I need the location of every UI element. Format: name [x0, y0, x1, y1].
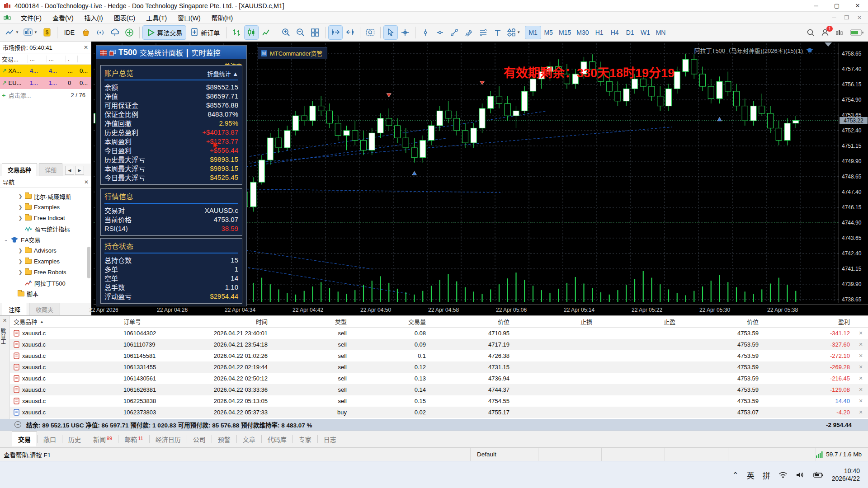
timeframe-M30[interactable]: M30 [574, 26, 591, 39]
market-watch-tab-详细[interactable]: 详细 [39, 163, 62, 176]
child-window-controls[interactable]: ─ ❐ ✕ [832, 14, 868, 21]
price-axis[interactable]: 4758.654757.404756.154754.904753.654752.… [839, 43, 868, 303]
toolbox-tab-预警[interactable]: 预警 [212, 432, 236, 446]
close-order-icon[interactable]: ✕ [854, 398, 868, 404]
bar-chart-icon[interactable] [230, 26, 244, 39]
navigator-item-Free Indicat[interactable]: ❯Free Indicat [0, 212, 91, 223]
t500-statistics-panel[interactable]: T500交易统计面板 ┃ 实时监控 关注中 账户总览折叠统计 ▲余额$89552… [96, 45, 247, 306]
toolbox-tab-新闻[interactable]: 新闻99 [87, 432, 118, 446]
market-watch-column-header[interactable]: 交易... [0, 55, 28, 63]
order-row[interactable]: xauusd.c10610443022026.04.21 23:40:01sel… [10, 328, 868, 339]
market-watch-column-header[interactable]: . [66, 56, 78, 62]
order-row[interactable]: xauusd.c10622538382026.04.22 05:13:05sel… [10, 395, 868, 407]
timeframe-H4[interactable]: H4 [607, 26, 623, 39]
toolbox-tab-经济日历[interactable]: 经济日历 [150, 432, 187, 446]
navigator-item-EA交易[interactable]: ⌄EA交易 [0, 234, 91, 245]
tab-scroll-right-icon[interactable]: ▶ [75, 166, 84, 175]
t500-collapse-toggle[interactable]: 折叠统计 ▲ [208, 69, 238, 78]
toolbox-tab-文章[interactable]: 文章 [237, 432, 261, 446]
navigator-item-Advisors[interactable]: ❯Advisors [0, 245, 91, 256]
cursor-icon[interactable] [384, 26, 397, 39]
search-icon[interactable] [807, 28, 815, 37]
market-watch-column-header[interactable]: ... [28, 56, 47, 62]
toolbox-tab-历史[interactable]: 历史 [62, 432, 87, 446]
market-watch-add-row[interactable]: + 点击添... 2 / 76 [0, 89, 91, 101]
connection-status[interactable]: 59.7 / 1.6 Mb [816, 448, 868, 461]
screenshot-icon[interactable] [363, 26, 377, 39]
wifi-icon[interactable] [778, 471, 788, 479]
line-chart-icon[interactable]: ▼ [3, 26, 21, 39]
col-symbol[interactable]: 交易品种 ▲ [10, 317, 120, 326]
timeframe-MN[interactable]: MN [653, 26, 669, 39]
trendline-icon[interactable] [448, 26, 461, 39]
autoscroll-icon[interactable] [329, 26, 342, 39]
crosshair-icon[interactable] [398, 26, 412, 39]
market-watch-tab-交易品种[interactable]: 交易品种 [2, 163, 37, 176]
order-row[interactable]: xauusd.c10611455812026.04.22 01:02:26sel… [10, 350, 868, 361]
col-tp[interactable]: 止盈 [596, 317, 679, 326]
order-row[interactable]: xauusd.c10623738032026.04.22 05:37:33buy… [10, 407, 868, 418]
navigator-tab-注释[interactable]: 注释 [2, 303, 27, 316]
col-time[interactable]: 时间 [194, 317, 271, 326]
navigator-item-Free Robots[interactable]: ❯Free Robots [0, 267, 91, 277]
profile-dollar-icon[interactable]: $ [40, 26, 54, 39]
toolbox-tab-公司[interactable]: 公司 [187, 432, 212, 446]
hline-icon[interactable] [433, 26, 447, 39]
chevron-down-icon[interactable]: ▼ [517, 30, 520, 34]
language-indicator-2[interactable]: 拼 [763, 469, 770, 481]
navigator-item-盈亏统计指标[interactable]: 盈亏统计指标 [0, 223, 91, 234]
line-mode-icon[interactable] [259, 26, 273, 39]
vline-icon[interactable] [419, 26, 432, 39]
navigator-item-Examples[interactable]: ❯Examples [0, 202, 91, 212]
col-price-open[interactable]: 价位 [429, 317, 513, 326]
market-watch-row[interactable]: ↗ EU...1...1...00... [0, 77, 91, 89]
menu-item-5[interactable]: 工具(T) [141, 12, 172, 23]
new-chart-icon[interactable]: ▼ [22, 26, 39, 39]
close-order-icon[interactable]: ✕ [854, 409, 868, 415]
language-indicator-1[interactable]: 英 [747, 469, 755, 481]
close-order-icon[interactable]: ✕ [854, 342, 868, 347]
scroll-to-end-icon[interactable] [825, 42, 832, 47]
close-order-icon[interactable]: ✕ [854, 375, 868, 381]
market-bag-icon[interactable] [79, 26, 93, 39]
profile-selector[interactable]: Default [470, 448, 538, 461]
col-sl[interactable]: 止损 [513, 317, 596, 326]
chart-shift-icon[interactable] [343, 26, 357, 39]
notifications-icon[interactable]: 1 [821, 28, 829, 37]
tree-chevron-icon[interactable]: ❯ [18, 258, 23, 264]
t500-panel-title[interactable]: T500交易统计面板 ┃ 实时监控 [96, 46, 246, 59]
toolbox-tab-敞口[interactable]: 敞口 [38, 432, 62, 446]
child-minimize-icon[interactable]: ─ [832, 14, 836, 21]
menu-item-1[interactable]: 文件(F) [15, 12, 47, 23]
toolbox-tab-日志[interactable]: 日志 [318, 432, 342, 446]
tree-chevron-icon[interactable]: ❯ [18, 248, 23, 253]
toolbar-button-算法交易[interactable]: 算法交易 [143, 26, 186, 39]
order-row[interactable]: xauusd.c10614305612026.04.22 02:50:12sel… [10, 373, 868, 384]
ide-button[interactable]: IDE [61, 26, 78, 39]
col-order[interactable]: 订单号 [120, 317, 194, 326]
market-watch-close-icon[interactable]: ✕ [84, 44, 88, 51]
navigator-close-icon[interactable]: ✕ [84, 179, 89, 185]
close-order-icon[interactable]: ✕ [854, 364, 868, 370]
toolbox-tab-邮箱[interactable]: 邮箱11 [118, 432, 149, 446]
battery-charging-icon[interactable] [813, 471, 824, 479]
tree-chevron-icon[interactable]: ❯ [18, 215, 23, 221]
toolbox-tab-交易[interactable]: 交易 [12, 432, 37, 446]
tree-chevron-icon[interactable]: ❯ [18, 204, 23, 210]
zoom-out-icon[interactable] [294, 26, 307, 39]
timeframe-M15[interactable]: M15 [556, 26, 574, 39]
child-restore-icon[interactable]: ❐ [844, 14, 849, 21]
menu-item-4[interactable]: 图表(C) [108, 12, 141, 23]
toolbox-close-icon[interactable]: ✕ [0, 316, 9, 324]
tray-chevron-icon[interactable]: ⌃ [732, 470, 738, 480]
close-order-icon[interactable]: ✕ [854, 353, 868, 359]
order-row[interactable]: xauusd.c10613314552026.04.22 02:19:44sel… [10, 361, 868, 373]
menu-item-3[interactable]: 插入(I) [79, 12, 108, 23]
tree-chevron-icon[interactable]: ❯ [18, 269, 23, 275]
toolbox-tab-专家[interactable]: 专家 [293, 432, 317, 446]
navigator-tab-收藏夹[interactable]: 收藏夹 [29, 303, 60, 316]
channel-icon[interactable] [462, 26, 476, 39]
add-symbol-icon[interactable]: + [2, 91, 6, 99]
mini-chart-icon[interactable] [835, 28, 844, 37]
chevron-down-icon[interactable]: ▼ [34, 30, 38, 34]
